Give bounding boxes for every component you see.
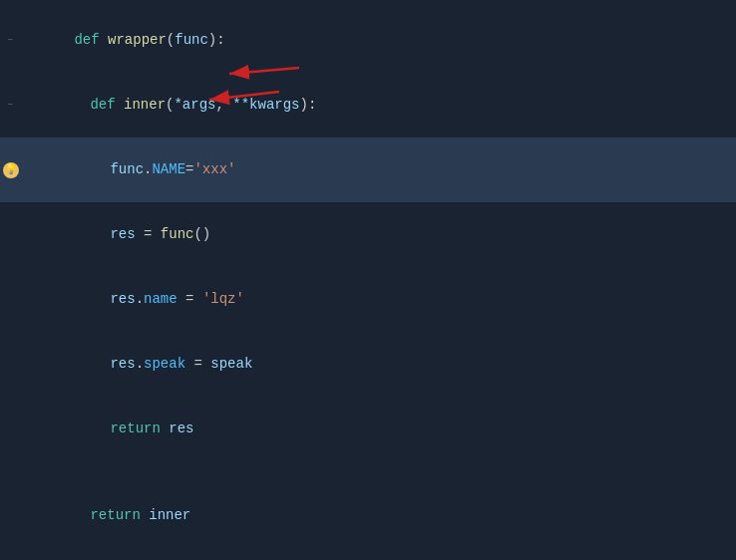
code-line: − def wrapper(func): — [0, 8, 736, 73]
code-line: − def inner(*args, **kwargs): — [0, 73, 736, 138]
line-content: return inner — [20, 484, 736, 547]
param: func — [175, 32, 208, 48]
variable: speak — [210, 356, 252, 372]
code-line: return inner — [0, 483, 736, 548]
attribute: speak — [144, 356, 185, 372]
variable: res — [110, 226, 135, 242]
line-content: return res — [20, 398, 736, 460]
code-line-highlighted: 💡 func.NAME='xxx' — [0, 138, 736, 202]
code-line: res = func() — [0, 202, 736, 267]
variable: res — [110, 356, 135, 372]
line-content: def wrapper(func): — [20, 9, 736, 72]
gutter: − — [0, 36, 20, 46]
variable: func — [110, 161, 144, 177]
code-line: res.speak = speak — [0, 332, 736, 397]
param: *args — [174, 97, 215, 113]
param: **kwargs — [232, 97, 299, 113]
string: 'xxx' — [193, 161, 235, 177]
variable: inner — [141, 507, 190, 523]
function-name: inner — [124, 97, 166, 113]
attribute: name — [144, 291, 178, 307]
keyword-return: return — [110, 420, 160, 436]
gutter: − — [0, 101, 20, 111]
code-line-empty — [0, 548, 736, 560]
keyword-def: def — [74, 32, 108, 48]
line-content — [20, 462, 736, 483]
keyword-return: return — [90, 507, 140, 523]
variable: res — [110, 291, 135, 307]
line-content: def inner(*args, **kwargs): — [20, 74, 736, 137]
code-line: return res — [0, 397, 736, 461]
line-content: func.NAME='xxx' — [20, 139, 736, 201]
keyword-def: def — [90, 97, 124, 113]
fold-icon[interactable]: − — [5, 101, 15, 111]
gutter: 💡 — [0, 162, 20, 178]
function-name: func — [161, 226, 194, 242]
line-content: res.speak = speak — [20, 333, 736, 396]
function-name: wrapper — [108, 32, 167, 48]
attribute: NAME — [152, 161, 185, 177]
string: 'lqz' — [202, 291, 244, 307]
code-line-empty — [0, 461, 736, 483]
variable: res — [161, 420, 194, 436]
lightbulb-icon[interactable]: 💡 — [3, 162, 19, 178]
line-content — [20, 549, 736, 561]
line-content: res = func() — [20, 203, 736, 266]
code-editor: − def wrapper(func): − def inner(*args, … — [0, 0, 736, 560]
code-line: res.name = 'lqz' — [0, 267, 736, 332]
line-content: res.name = 'lqz' — [20, 268, 736, 331]
fold-icon[interactable]: − — [5, 36, 15, 46]
